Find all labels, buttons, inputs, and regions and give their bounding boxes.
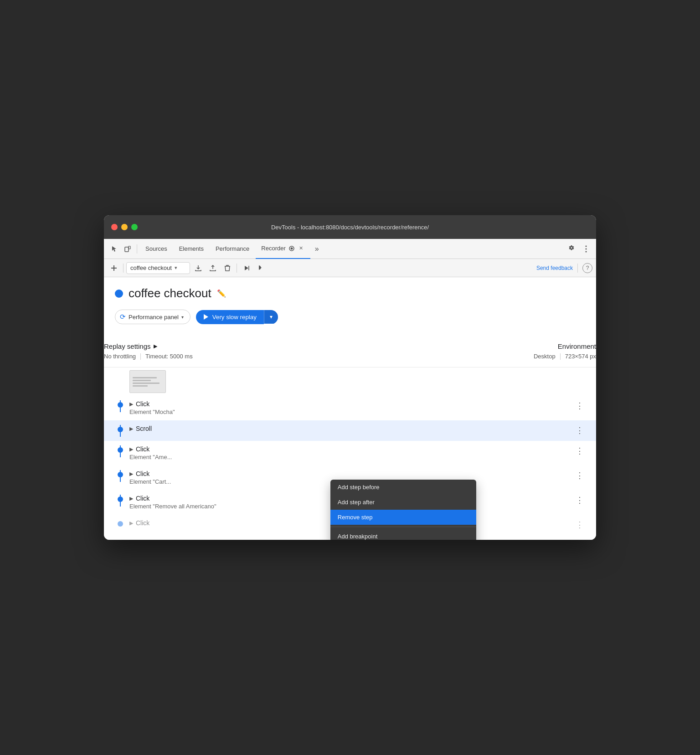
step-dot-p <box>118 521 123 527</box>
tabs-overflow-btn[interactable]: » <box>312 243 322 255</box>
step-expand-5[interactable]: ▶ <box>129 496 133 502</box>
send-feedback-link[interactable]: Send feedback <box>536 265 573 271</box>
recording-title: coffee checkout <box>129 286 211 300</box>
recording-selector[interactable]: coffee checkout ▾ <box>126 262 190 274</box>
ctx-separator-1 <box>330 527 476 527</box>
toolbar-divider-1 <box>123 264 124 273</box>
timeout-value: Timeout: 5000 ms <box>145 353 193 360</box>
recording-name: coffee checkout <box>130 264 172 271</box>
settings-info: No throttling Timeout: 5000 ms <box>104 353 350 360</box>
devtools-tabs-bar: Sources Elements Performance Recorder ✕ … <box>104 239 596 259</box>
step-menu-btn-5[interactable]: ⋮ <box>574 495 585 506</box>
step-dot-3 <box>118 447 123 453</box>
step-row-3: ▶ Click Element "Ame... ⋮ <box>104 441 596 465</box>
step-menu-btn-2[interactable]: ⋮ <box>574 425 585 436</box>
replay-settings-left: Replay settings ▶ No throttling Timeout:… <box>104 342 350 360</box>
step-expand-3[interactable]: ▶ <box>129 446 133 452</box>
tabs-right-actions <box>565 243 592 255</box>
tab-recorder[interactable]: Recorder ✕ <box>256 239 310 259</box>
step-menu-btn-3[interactable]: ⋮ <box>574 445 585 456</box>
toolbar-divider-2 <box>237 264 237 273</box>
step-thumbnail <box>129 370 166 393</box>
step-subtitle-1: Element "Mocha" <box>129 409 574 415</box>
context-menu: Add step before Add step after Remove st… <box>330 480 476 540</box>
svg-point-4 <box>586 245 587 247</box>
add-recording-btn[interactable] <box>108 262 120 274</box>
step-btn[interactable] <box>254 262 267 274</box>
minimize-button[interactable] <box>121 224 128 230</box>
step-menu-btn-4[interactable]: ⋮ <box>574 470 585 481</box>
action-bar: ⟳ Performance panel ▾ Very slow replay ▾ <box>115 310 585 324</box>
help-button[interactable]: ? <box>582 263 592 273</box>
step-timeline-2 <box>115 425 126 432</box>
step-dot-4 <box>118 472 123 477</box>
svg-point-6 <box>586 251 587 252</box>
step-expand-1[interactable]: ▶ <box>129 401 133 407</box>
recording-indicator <box>115 290 123 298</box>
performance-panel-btn[interactable]: ⟳ Performance panel ▾ <box>115 310 190 324</box>
ctx-add-breakpoint[interactable]: Add breakpoint <box>330 529 476 540</box>
settings-expand-icon[interactable]: ▶ <box>154 343 157 349</box>
thumb-line-2 <box>133 380 151 381</box>
toolbar-right: Send feedback ? <box>536 263 592 273</box>
more-options-icon[interactable] <box>580 243 592 255</box>
ctx-remove-step[interactable]: Remove step <box>330 510 476 525</box>
performance-panel-label: Performance panel <box>129 314 179 321</box>
thumb-line-3 <box>133 383 160 384</box>
delete-btn[interactable] <box>221 262 234 274</box>
settings-section: Replay settings ▶ No throttling Timeout:… <box>104 335 596 367</box>
step-row-1: ▶ Click Element "Mocha" ⋮ <box>104 396 596 420</box>
replay-play-icon <box>203 314 209 320</box>
export-btn[interactable] <box>192 262 205 274</box>
cursor-icon[interactable] <box>108 243 120 255</box>
step-menu-btn-1[interactable]: ⋮ <box>574 400 585 411</box>
ctx-add-after[interactable]: Add step after <box>330 495 476 510</box>
tab-elements[interactable]: Elements <box>174 239 209 259</box>
replay-btn-dropdown[interactable]: ▾ <box>264 310 278 324</box>
edit-title-icon[interactable]: ✏️ <box>217 289 226 298</box>
replay-btn-label: Very slow replay <box>212 314 257 321</box>
toolbar-divider-3 <box>577 264 578 273</box>
step-title-2: ▶ Scroll <box>129 425 574 432</box>
step-subtitle-3: Element "Ame... <box>129 454 574 460</box>
recording-header: coffee checkout ✏️ <box>115 286 585 300</box>
step-timeline-1 <box>115 400 126 408</box>
replay-btn-main[interactable]: Very slow replay <box>196 310 264 324</box>
tab-performance[interactable]: Performance <box>210 239 255 259</box>
replay-settings-title: Replay settings ▶ <box>104 342 350 350</box>
tab-recorder-close[interactable]: ✕ <box>298 245 305 252</box>
env-separator <box>560 353 561 360</box>
steps-list: ▶ Click Element "Mocha" ⋮ <box>104 367 596 540</box>
step-expand-2[interactable]: ▶ <box>129 426 133 432</box>
env-info: Desktop 723×574 px <box>350 353 596 360</box>
maximize-button[interactable] <box>131 224 138 230</box>
performance-panel-icon: ⟳ <box>120 313 126 321</box>
svg-rect-0 <box>125 247 129 252</box>
device-mode-icon[interactable] <box>121 243 134 255</box>
step-title-4: ▶ Click <box>129 470 574 477</box>
titlebar: DevTools - localhost:8080/docs/devtools/… <box>104 215 596 239</box>
step-expand-4[interactable]: ▶ <box>129 471 133 477</box>
step-content-1: ▶ Click Element "Mocha" <box>129 400 574 415</box>
tab-sources[interactable]: Sources <box>140 239 173 259</box>
tab-divider-1 <box>137 244 137 253</box>
settings-icon[interactable] <box>565 243 578 255</box>
step-timeline-5 <box>115 495 126 502</box>
chevron-down-icon: ▾ <box>175 265 177 271</box>
env-size: 723×574 px <box>565 353 596 360</box>
content-area: coffee checkout ✏️ ⟳ Performance panel ▾… <box>104 277 596 324</box>
svg-point-3 <box>290 247 293 249</box>
import-btn[interactable] <box>206 262 219 274</box>
ctx-add-before[interactable]: Add step before <box>330 480 476 495</box>
thumbnail-row <box>104 367 596 396</box>
devtools-panel: Sources Elements Performance Recorder ✕ … <box>104 239 596 540</box>
panel-dropdown-icon: ▾ <box>181 315 184 320</box>
svg-point-5 <box>586 248 587 249</box>
close-button[interactable] <box>111 224 118 230</box>
step-menu-btn-p[interactable]: ⋮ <box>574 519 585 530</box>
window-title: DevTools - localhost:8080/docs/devtools/… <box>271 224 429 231</box>
step-expand-p[interactable]: ▶ <box>129 520 133 526</box>
environment-title: Environment <box>350 342 596 350</box>
play-btn[interactable] <box>240 262 252 274</box>
timeline-container: ▶ Click Element "Mocha" ⋮ <box>104 367 596 540</box>
